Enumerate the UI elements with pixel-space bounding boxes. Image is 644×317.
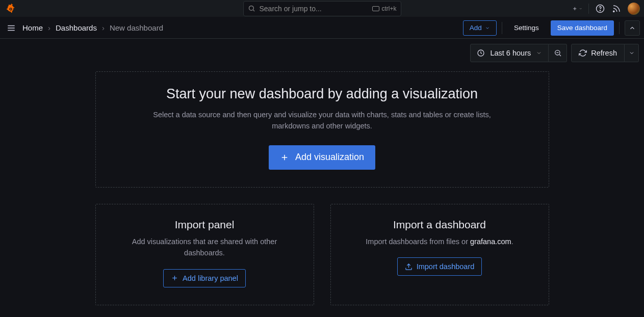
hero-card: Start your new dashboard by adding a vis… (95, 71, 549, 188)
import-panel-card: Import panel Add visualizations that are… (95, 204, 314, 305)
search-shortcut: ctrl+k (372, 5, 396, 12)
user-avatar[interactable] (628, 3, 640, 15)
grafana-logo-icon[interactable] (5, 3, 17, 15)
svg-point-8 (613, 11, 614, 12)
grafana-com-link[interactable]: grafana.com (470, 237, 511, 246)
refresh-label: Refresh (591, 49, 617, 57)
import-dashboard-subtitle: Import dashboards from files or grafana.… (346, 236, 533, 247)
empty-dashboard-main: Start your new dashboard by adding a vis… (0, 62, 644, 310)
breadcrumb: Home › Dashboards › New dashboard (22, 23, 163, 32)
divider (588, 4, 589, 14)
svg-point-7 (600, 10, 600, 11)
plus-icon (280, 153, 289, 162)
svg-line-3 (253, 10, 254, 11)
help-icon[interactable] (595, 4, 605, 14)
plus-icon (171, 274, 178, 282)
add-visualization-label: Add visualization (295, 152, 364, 163)
collapse-toolbar-button[interactable] (625, 20, 640, 36)
clock-icon (477, 49, 485, 57)
add-button[interactable]: Add (463, 20, 497, 36)
dashboard-toolbar: Last 6 hours Refresh (0, 39, 644, 62)
hamburger-menu-button[interactable] (4, 21, 18, 35)
time-range-picker[interactable]: Last 6 hours (470, 44, 549, 62)
refresh-icon (579, 49, 587, 57)
search-icon (248, 5, 255, 12)
breadcrumb-current: New dashboard (110, 23, 163, 32)
import-dashboard-label: Import dashboard (417, 262, 475, 271)
breadcrumb-dashboards[interactable]: Dashboards (56, 23, 97, 32)
svg-line-14 (559, 55, 561, 56)
keyboard-icon (372, 6, 379, 11)
breadcrumb-home[interactable]: Home (22, 23, 43, 32)
chevron-down-icon (485, 25, 490, 31)
zoom-out-button[interactable] (549, 44, 567, 62)
zoom-out-icon (554, 49, 562, 57)
refresh-button[interactable]: Refresh (571, 44, 625, 62)
settings-button[interactable]: Settings (507, 20, 546, 36)
new-menu-button[interactable] (572, 4, 582, 14)
breadcrumb-bar: Home › Dashboards › New dashboard Add Se… (0, 17, 644, 39)
divider (619, 22, 620, 34)
chevron-right-icon: › (48, 23, 50, 32)
time-range-label: Last 6 hours (490, 49, 531, 57)
divider (502, 22, 502, 34)
news-rss-icon[interactable] (611, 4, 622, 14)
upload-icon (405, 263, 413, 271)
search-placeholder: Search or jump to... (260, 5, 369, 13)
import-panel-subtitle: Add visualizations that are shared with … (111, 236, 298, 259)
chevron-down-icon (629, 50, 635, 56)
svg-point-1 (10, 8, 12, 10)
save-dashboard-button[interactable]: Save dashboard (551, 20, 614, 36)
add-library-panel-label: Add library panel (183, 274, 238, 282)
chevron-down-icon (536, 50, 542, 56)
refresh-interval-picker[interactable] (625, 44, 639, 62)
chevron-right-icon: › (102, 23, 105, 32)
import-dashboard-title: Import a dashboard (346, 219, 533, 231)
import-dashboard-card: Import a dashboard Import dashboards fro… (330, 204, 549, 305)
add-library-panel-button[interactable]: Add library panel (163, 269, 246, 287)
hero-subtitle: Select a data source and then query and … (139, 109, 506, 132)
svg-point-2 (249, 6, 253, 11)
add-visualization-button[interactable]: Add visualization (269, 145, 375, 170)
add-button-label: Add (470, 24, 482, 32)
hero-title: Start your new dashboard by adding a vis… (111, 86, 533, 102)
topbar: Search or jump to... ctrl+k (0, 0, 644, 17)
import-dashboard-button[interactable]: Import dashboard (397, 257, 482, 276)
import-panel-title: Import panel (111, 219, 298, 231)
global-search-input[interactable]: Search or jump to... ctrl+k (243, 1, 401, 16)
